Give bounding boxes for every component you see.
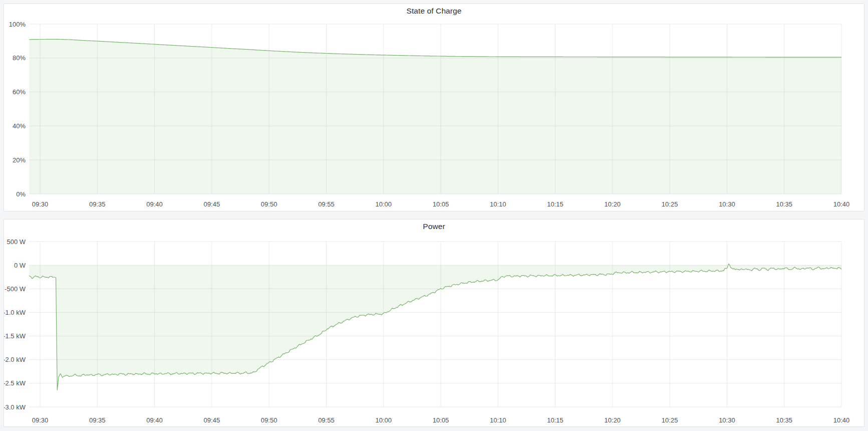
x-tick-label: 09:40 bbox=[146, 416, 163, 424]
x-tick-label: 10:40 bbox=[833, 200, 850, 208]
x-tick-label: 10:35 bbox=[776, 200, 792, 208]
x-tick-label: 10:20 bbox=[605, 416, 621, 424]
y-tick-label: 20% bbox=[13, 156, 26, 164]
panel-state-of-charge: State of Charge 09:3009:3509:4009:4509:5… bbox=[4, 4, 864, 211]
x-tick-label: 10:00 bbox=[375, 200, 392, 208]
series-area bbox=[29, 39, 841, 194]
x-tick-label: 09:45 bbox=[204, 200, 220, 208]
dashboard: State of Charge 09:3009:3509:4009:4509:5… bbox=[0, 0, 868, 431]
panel-power: Power 09:3009:3509:4009:4509:5009:5510:0… bbox=[4, 219, 864, 427]
power-chart[interactable]: 09:3009:3509:4009:4509:5009:5510:0010:05… bbox=[4, 220, 864, 426]
x-tick-label: 09:40 bbox=[146, 200, 163, 208]
x-tick-label: 10:10 bbox=[490, 416, 506, 424]
x-tick-label: 10:00 bbox=[375, 416, 392, 424]
x-tick-label: 09:50 bbox=[261, 200, 277, 208]
x-tick-label: 09:35 bbox=[89, 416, 106, 424]
x-tick-label: 09:50 bbox=[261, 416, 277, 424]
panel-title-power[interactable]: Power bbox=[4, 220, 864, 231]
y-tick-label: 40% bbox=[13, 122, 26, 130]
x-tick-label: 10:25 bbox=[662, 416, 678, 424]
x-tick-label: 10:20 bbox=[605, 200, 621, 208]
x-tick-label: 10:15 bbox=[547, 416, 563, 424]
y-tick-label: 0 W bbox=[14, 262, 26, 269]
y-tick-label: 500 W bbox=[7, 238, 26, 246]
x-tick-label: 10:05 bbox=[433, 416, 449, 424]
x-tick-label: 09:35 bbox=[89, 200, 106, 208]
x-tick-label: 09:30 bbox=[32, 416, 49, 424]
y-tick-label: -1.0 kW bbox=[4, 309, 26, 316]
state-of-charge-chart[interactable]: 09:3009:3509:4009:4509:5009:5510:0010:05… bbox=[4, 4, 864, 211]
x-tick-label: 10:10 bbox=[490, 200, 506, 208]
x-tick-label: 10:35 bbox=[776, 416, 792, 424]
y-tick-label: 80% bbox=[13, 54, 26, 62]
y-tick-label: -1.5 kW bbox=[4, 332, 26, 340]
y-tick-label: 60% bbox=[13, 88, 26, 96]
series-area bbox=[29, 264, 841, 390]
x-tick-label: 10:30 bbox=[719, 416, 735, 424]
x-tick-label: 09:55 bbox=[318, 416, 335, 424]
x-tick-label: 09:45 bbox=[204, 416, 220, 424]
x-tick-label: 09:55 bbox=[318, 200, 335, 208]
x-tick-label: 10:40 bbox=[833, 416, 850, 424]
y-tick-label: 100% bbox=[9, 21, 26, 28]
x-tick-label: 10:15 bbox=[547, 200, 563, 208]
panel-title-state-of-charge[interactable]: State of Charge bbox=[4, 4, 864, 16]
x-tick-label: 09:30 bbox=[32, 200, 49, 208]
x-tick-label: 10:25 bbox=[662, 200, 678, 208]
y-tick-label: -2.5 kW bbox=[4, 379, 26, 387]
x-tick-label: 10:30 bbox=[719, 200, 735, 208]
x-tick-label: 10:05 bbox=[433, 200, 449, 208]
y-tick-label: 0% bbox=[16, 190, 26, 198]
y-tick-label: -500 W bbox=[5, 285, 26, 293]
y-tick-label: -3.0 kW bbox=[4, 403, 26, 411]
y-tick-label: -2.0 kW bbox=[4, 356, 26, 363]
